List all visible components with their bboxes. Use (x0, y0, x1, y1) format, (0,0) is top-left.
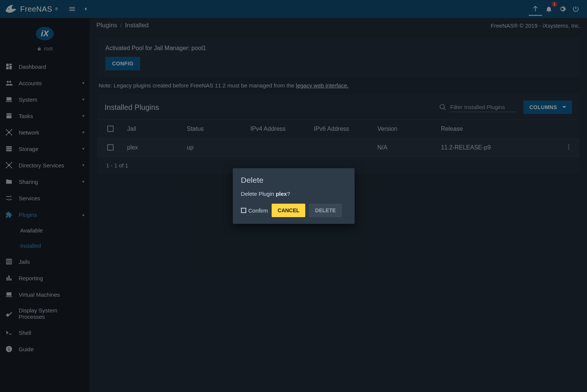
delete-button[interactable]: DELETE (309, 204, 342, 217)
dialog-title: Delete (241, 176, 346, 185)
dialog-message: Delete Plugin plex? (241, 191, 346, 197)
confirm-checkbox[interactable]: Confirm (241, 207, 268, 214)
cancel-button[interactable]: CANCEL (272, 204, 305, 217)
confirm-label: Confirm (248, 207, 268, 214)
delete-dialog: Delete Delete Plugin plex? Confirm CANCE… (233, 168, 355, 224)
checkbox-icon (241, 208, 246, 213)
dialog-scrim[interactable]: Delete Delete Plugin plex? Confirm CANCE… (0, 0, 587, 392)
